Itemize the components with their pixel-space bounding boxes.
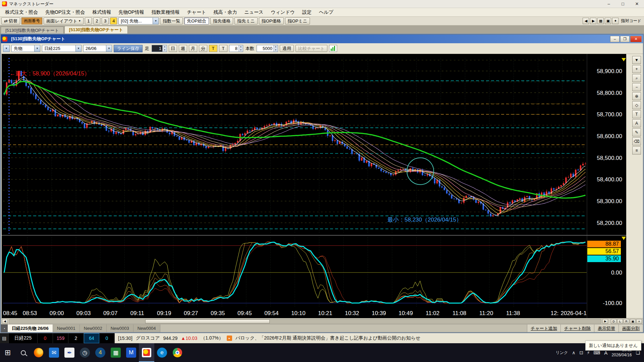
chart-tool-button[interactable]: ✎ [632,128,641,136]
chart-tab[interactable]: New0004 [133,324,160,332]
tab-corner-button[interactable]: ▪ [1,324,8,332]
tray-icon[interactable]: ⌨ [593,350,600,355]
taskbar-sheets-icon[interactable]: ▦ [108,343,123,362]
chart-tool-button[interactable]: A [632,119,641,127]
symbol-combobox[interactable]: 日経225▼ [42,45,82,52]
screen-number-button-4[interactable]: 4 [110,17,117,24]
chart-action-button[interactable]: チャート削除 [560,324,594,332]
ashi-input[interactable]: 1▲▼ [152,45,167,52]
chart-tool-button[interactable]: + [632,65,641,73]
apply-button[interactable]: 適用 [280,45,294,52]
chart-tool-button[interactable]: − [632,83,641,91]
maximize-button[interactable]: □ [616,0,630,8]
period-button-分[interactable]: 分 [199,45,207,52]
chart-tab[interactable]: New0002 [80,324,107,332]
compare-chart-button[interactable]: 比較チャート [296,45,327,52]
screen-layout-dropdown[interactable]: 画面レイアウト▼ [44,17,84,24]
scroll-right-button[interactable]: ▶ [602,319,608,324]
chart-tool-button[interactable]: ▼ [632,56,641,64]
notification-center-icon[interactable]: ❏ [636,350,640,355]
menu-item[interactable]: 指数業種情報 [148,9,183,16]
tick-period-button[interactable]: T [209,45,217,52]
chart-action-button[interactable]: 画面分割 [619,324,643,332]
taskbar-m-app-icon[interactable]: M [123,343,139,362]
chart-bars-icon[interactable] [329,45,337,52]
screen-number-button-3[interactable]: 3 [102,17,109,24]
tray-icon[interactable]: ⚡ [587,350,590,355]
chart-tool-button[interactable]: ◇ [632,101,641,109]
toolbar-mini-icon[interactable]: ▣ [605,18,611,24]
screen-button[interactable]: 指先ミニ [234,17,258,24]
taskbar-pen-icon[interactable]: ✒ [62,343,77,362]
period-button-週[interactable]: 週 [179,45,187,52]
screen-button[interactable]: 指数一覧 [160,17,183,24]
menu-item[interactable]: 先物OP注文・照会 [42,9,89,16]
tick-button[interactable]: T [219,45,227,52]
taskbar-chrome-icon[interactable] [170,343,185,362]
scroll-mini-button[interactable]: D [611,319,616,324]
taskbar-mail-icon[interactable]: ✉ [46,343,62,362]
toolbar-mini-icon[interactable]: ✦ [612,18,619,24]
line-save-button[interactable]: ライン保存 [114,45,143,52]
taskbar-firefox-icon[interactable] [31,343,46,362]
chart-scrollbar[interactable] [9,319,601,324]
screen-button[interactable]: 指OP価格 [259,17,284,24]
chart-maximize-button[interactable]: ❐ [620,36,630,42]
preset-combobox[interactable]: [02] 先物...▼ [118,17,159,24]
tray-icon[interactable]: ⊡ [580,350,584,355]
chart-minimize-button[interactable]: – [610,36,620,42]
chart-tab[interactable]: New0003 [107,324,133,332]
menu-item[interactable]: ニュース [240,9,267,16]
chart-tool-button[interactable]: ⊕ [632,92,641,100]
chart-window-titlebar[interactable]: [5130]指数先物OPチャート – ❐ ✕ [1,35,643,43]
document-tab[interactable]: [5130]指数先物OPチャート [1,26,64,34]
menu-item[interactable]: ヘルプ [315,9,337,16]
honsu-input[interactable]: 5000▲▼ [257,45,278,52]
period-button-日[interactable]: 日 [169,45,177,52]
chart-tab[interactable]: New0001 [53,324,80,332]
document-tab[interactable]: [5130]指数先物OPチャート [64,26,128,34]
scroll-left-button[interactable]: ◀ [2,319,8,324]
scroll-mini-button[interactable]: × [636,319,642,324]
chart-action-button[interactable]: 表示切替 [594,324,619,332]
chart-action-button[interactable]: チャート追加 [527,324,560,332]
screen-button[interactable]: 指先価格 [210,17,233,24]
toolbar-mini-icon[interactable]: ◀ [583,18,589,24]
taskbar-monex-icon[interactable] [139,343,154,362]
period-button-月[interactable]: 月 [189,45,197,52]
taskbar-clock-icon[interactable]: ◷ [77,343,93,362]
ticker-index-label[interactable]: 日経225 [9,333,38,343]
taskbar-start-icon[interactable]: ⊞ [0,343,15,362]
taskbar-search-icon[interactable] [15,343,31,362]
contract-combobox[interactable]: 26/06▼ [83,45,112,52]
menu-item[interactable]: ウィンドウ [267,9,299,16]
screen-button[interactable]: 指OPミニ [285,17,310,24]
price-chart-canvas[interactable]: ←最大：58,900（2026/04/15）最小：58,230（2026/04/… [2,54,631,318]
taskbar-edge-icon[interactable]: e [154,343,170,362]
toolbar-mini-icon[interactable]: ▶ [590,18,596,24]
bars-input[interactable]: 8▲▼ [229,45,243,52]
tray-link-label[interactable]: リンク [555,350,568,356]
chart-tab-active[interactable]: 日経225先物 26/06 [8,324,53,332]
chart-close-button[interactable]: ✕ [630,36,642,42]
chart-tool-button[interactable]: ≡ [632,146,641,155]
taskbar-mt4-icon[interactable]: 4 [93,343,108,362]
minimize-button[interactable]: – [602,0,616,8]
toolbar-mini-icon[interactable]: ▦ [597,18,604,24]
switch-button[interactable]: ⇄切替 [1,17,20,24]
menu-item[interactable]: 株式情報 [89,9,115,16]
ime-indicator[interactable]: A [604,350,607,356]
menu-item[interactable]: 設定 [299,9,315,16]
menu-item[interactable]: 先物OP情報 [115,9,148,16]
scrollbar-thumb[interactable] [145,319,270,323]
screen-number-button-2[interactable]: 2 [93,17,100,24]
chart-tool-button[interactable]: ⌫ [632,137,641,145]
menu-item[interactable]: 株式注文・照会 [1,9,42,16]
ticker-list-icon[interactable]: ▤ [0,333,9,343]
scroll-mini-button[interactable]: R [624,319,629,324]
close-button[interactable]: ✕ [630,0,644,8]
scroll-mini-button[interactable]: ▣ [630,319,636,324]
instrument-combobox[interactable]: 先物▼ [11,45,40,52]
menu-item[interactable]: 残高・余力 [210,9,240,16]
mini-combobox[interactable]: ▼ [3,45,10,52]
